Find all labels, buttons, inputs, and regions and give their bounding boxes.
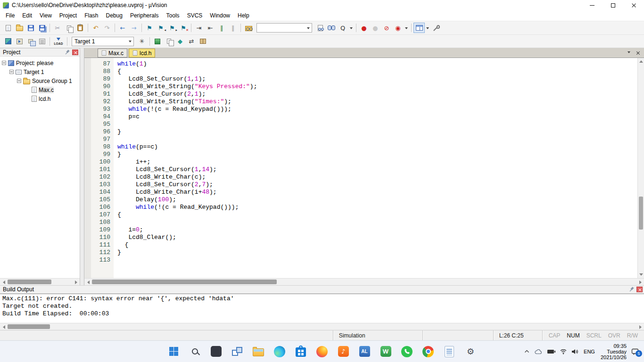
tree-expander-icon[interactable]: [17, 79, 21, 83]
next-bookmark-icon[interactable]: ⚑▸: [166, 23, 178, 33]
clock[interactable]: 09:35 Tuesday 2021/10/26: [601, 343, 627, 360]
open-file-icon[interactable]: [14, 23, 25, 33]
tree-node-lcd-h[interactable]: lcd.h: [0, 94, 80, 103]
task-view-icon[interactable]: [228, 343, 246, 361]
code-editor[interactable]: 87while(1)88{89 Lcd8_Set_Cursor(1,1);90 …: [84, 58, 644, 278]
file-extensions-icon[interactable]: [163, 36, 174, 47]
menu-file[interactable]: File: [2, 10, 18, 21]
download-icon[interactable]: LOAD: [52, 36, 65, 47]
close-button[interactable]: [623, 0, 644, 10]
close-panel-icon[interactable]: [636, 287, 643, 292]
tree-expander-icon[interactable]: [9, 70, 14, 74]
rebuild-all-icon[interactable]: [25, 36, 36, 47]
translate-file-icon[interactable]: [2, 36, 14, 47]
save-icon[interactable]: [25, 23, 36, 33]
start-button[interactable]: [165, 343, 182, 361]
menu-flash[interactable]: Flash: [81, 10, 102, 21]
whatsapp-icon[interactable]: [398, 343, 416, 361]
terminal-app-icon[interactable]: [207, 343, 225, 361]
previous-bookmark-icon[interactable]: ⚑◂: [155, 23, 166, 33]
edge-browser-icon[interactable]: [271, 343, 289, 361]
build-output-content[interactable]: Max.c(111): error C141: syntax error nea…: [0, 294, 644, 323]
incremental-find-icon[interactable]: Q: [337, 23, 348, 33]
menu-window[interactable]: Window: [206, 10, 234, 21]
manage-run-time-environment-icon[interactable]: [152, 36, 163, 47]
redo-icon[interactable]: ↷: [101, 23, 113, 33]
menu-tools[interactable]: Tools: [163, 10, 183, 21]
comment-icon[interactable]: ∥: [216, 23, 227, 33]
menu-help[interactable]: Help: [234, 10, 253, 21]
menu-debug[interactable]: Debug: [102, 10, 126, 21]
navigate-forward-icon[interactable]: →: [128, 23, 140, 33]
select-software-packs-icon[interactable]: ⇄: [186, 36, 197, 47]
paste-icon[interactable]: [74, 23, 86, 33]
notepad-icon[interactable]: [440, 343, 458, 361]
combo-dropdown-icon[interactable]: [305, 24, 312, 32]
menu-svcs[interactable]: SVCS: [183, 10, 206, 21]
find-icon[interactable]: [326, 23, 337, 33]
build-icon[interactable]: [14, 36, 25, 47]
scroll-thumb[interactable]: [639, 197, 643, 230]
batch-build-icon[interactable]: [36, 36, 48, 47]
scroll-left-icon[interactable]: [0, 323, 7, 330]
navigate-back-icon[interactable]: ←: [117, 23, 128, 33]
configure-tools-icon[interactable]: [430, 23, 442, 33]
breakpoint-options-icon[interactable]: ◉: [392, 23, 404, 33]
search-in-document-icon[interactable]: [314, 23, 326, 33]
menu-view[interactable]: View: [36, 10, 56, 21]
options-for-target-icon[interactable]: ✳: [136, 36, 148, 47]
notification-icon[interactable]: 5: [631, 348, 639, 355]
battery-icon[interactable]: [547, 349, 555, 354]
close-panel-icon[interactable]: [72, 49, 78, 55]
photo-viewer-icon[interactable]: AL: [355, 343, 373, 361]
close-document-icon[interactable]: [636, 51, 640, 55]
toggle-bookmark-icon[interactable]: ⚑: [144, 23, 155, 33]
debug-windows-icon[interactable]: [413, 23, 425, 33]
tree-node-project-please[interactable]: Project: please: [0, 58, 80, 67]
media-player-icon[interactable]: ♪: [334, 343, 352, 361]
firefox-icon[interactable]: [313, 343, 331, 361]
scroll-right-icon[interactable]: [637, 279, 644, 286]
clear-bookmarks-icon[interactable]: ⚑✕: [178, 23, 189, 33]
combo-dropdown-icon[interactable]: [126, 37, 133, 46]
minimize-button[interactable]: [582, 0, 603, 10]
scroll-thumb[interactable]: [92, 280, 277, 284]
search-button[interactable]: [186, 343, 204, 361]
editor-tab-max-c[interactable]: Max.c: [98, 49, 127, 58]
breakpoint-dropdown[interactable]: [404, 23, 409, 33]
editor-tab-lcd-h[interactable]: lcd.h: [129, 49, 155, 58]
scroll-left-icon[interactable]: [84, 279, 91, 286]
scroll-right-icon[interactable]: [73, 279, 80, 286]
uncomment-icon[interactable]: ∥: [227, 23, 239, 33]
language-indicator[interactable]: ENG: [583, 349, 596, 354]
pack-installer-icon[interactable]: [197, 36, 208, 47]
pin-icon[interactable]: [628, 286, 635, 293]
save-all-icon[interactable]: [36, 23, 48, 33]
books-icon[interactable]: ◆: [174, 36, 186, 47]
scroll-thumb[interactable]: [8, 324, 50, 329]
scroll-up-icon[interactable]: [638, 58, 644, 65]
wps-office-icon[interactable]: W: [377, 343, 395, 361]
file-explorer-icon[interactable]: [249, 343, 267, 361]
settings-app-icon[interactable]: ⚙: [462, 343, 479, 361]
editor-hscrollbar[interactable]: [84, 278, 644, 285]
project-hscrollbar[interactable]: [0, 278, 80, 285]
tab-list-dropdown-icon[interactable]: [627, 51, 630, 55]
volume-icon[interactable]: [571, 349, 578, 354]
microsoft-store-icon[interactable]: [292, 343, 310, 361]
undo-icon[interactable]: ↶: [90, 23, 101, 33]
indent-icon[interactable]: ⇥: [193, 23, 205, 33]
find-text-combo[interactable]: [256, 23, 312, 33]
target-select-combo[interactable]: Target 1: [72, 37, 134, 46]
tray-chevron-icon[interactable]: [524, 350, 529, 353]
chrome-icon[interactable]: [419, 343, 437, 361]
menu-project[interactable]: Project: [56, 10, 81, 21]
pin-icon[interactable]: [64, 49, 71, 56]
new-file-icon[interactable]: [2, 23, 14, 33]
scroll-down-icon[interactable]: [638, 272, 644, 278]
panel-splitter[interactable]: [80, 48, 84, 285]
find-in-files-icon[interactable]: [243, 23, 254, 33]
scroll-thumb[interactable]: [8, 280, 51, 284]
unindent-icon[interactable]: ⇤: [205, 23, 216, 33]
scroll-left-icon[interactable]: [0, 279, 7, 286]
